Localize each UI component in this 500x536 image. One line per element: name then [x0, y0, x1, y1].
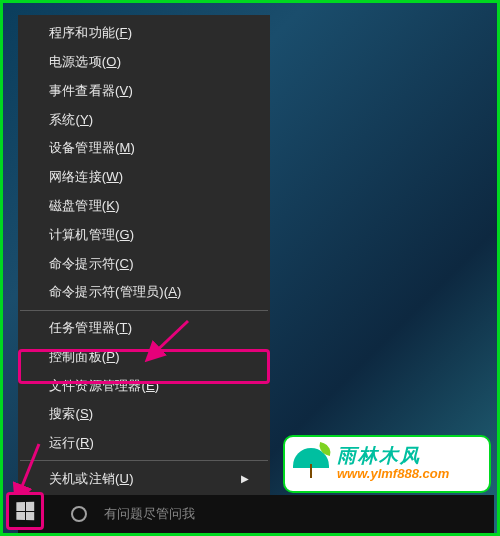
- menu-item-task-manager[interactable]: 任务管理器(T): [19, 314, 269, 343]
- watermark-url: www.ylmf888.com: [337, 467, 449, 481]
- menu-item-device-manager[interactable]: 设备管理器(M): [19, 134, 269, 163]
- cortana-button[interactable]: [60, 495, 98, 533]
- taskbar: 有问题尽管问我: [18, 495, 494, 533]
- menu-item-programs-features[interactable]: 程序和功能(F): [19, 19, 269, 48]
- menu-item-event-viewer[interactable]: 事件查看器(V): [19, 77, 269, 106]
- menu-item-power-options[interactable]: 电源选项(O): [19, 48, 269, 77]
- menu-item-search[interactable]: 搜索(S): [19, 400, 269, 429]
- menu-item-disk-management[interactable]: 磁盘管理(K): [19, 192, 269, 221]
- watermark-title: 雨林木风: [337, 446, 449, 467]
- winx-context-menu: 程序和功能(F) 电源选项(O) 事件查看器(V) 系统(Y) 设备管理器(M)…: [18, 15, 270, 533]
- menu-item-computer-management[interactable]: 计算机管理(G): [19, 220, 269, 249]
- start-button[interactable]: [6, 492, 44, 530]
- windows-logo-icon: [16, 502, 34, 521]
- menu-item-control-panel[interactable]: 控制面板(P): [19, 342, 269, 371]
- menu-item-command-prompt[interactable]: 命令提示符(C): [19, 249, 269, 278]
- menu-item-file-explorer[interactable]: 文件资源管理器(E): [19, 371, 269, 400]
- menu-item-run[interactable]: 运行(R): [19, 429, 269, 458]
- watermark-badge: 雨林木风 www.ylmf888.com: [283, 435, 491, 493]
- chevron-right-icon: ▶: [241, 473, 249, 484]
- cortana-hint-text[interactable]: 有问题尽管问我: [104, 505, 195, 523]
- menu-item-command-prompt-admin[interactable]: 命令提示符(管理员)(A): [19, 278, 269, 307]
- cortana-icon: [71, 506, 87, 522]
- menu-separator: [20, 310, 268, 311]
- menu-item-shutdown-signout[interactable]: 关机或注销(U) ▶: [19, 464, 269, 493]
- menu-item-system[interactable]: 系统(Y): [19, 105, 269, 134]
- menu-item-network-connections[interactable]: 网络连接(W): [19, 163, 269, 192]
- menu-separator: [20, 460, 268, 461]
- watermark-logo-icon: [293, 446, 329, 482]
